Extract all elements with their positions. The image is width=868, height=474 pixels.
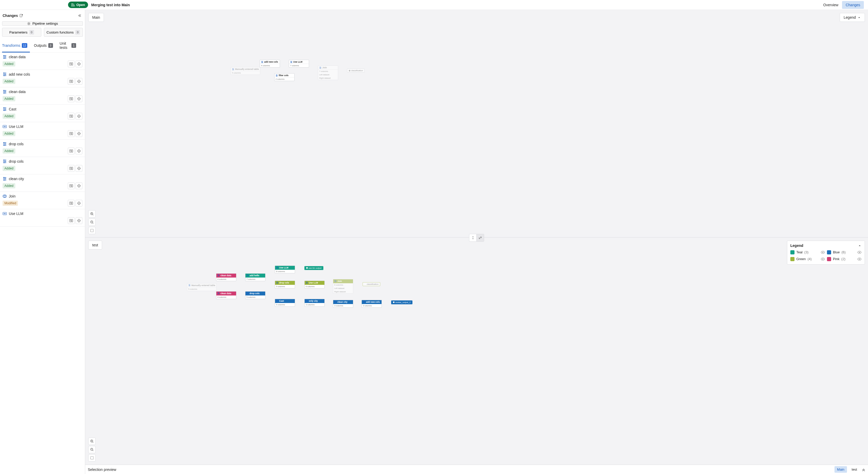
canvas-pane-test[interactable]: test Legend Teal (3) Blue (6) Green (4) … (85, 238, 868, 465)
graph-node[interactable]: Use LLM 6 columns (304, 280, 324, 289)
graph-node[interactable]: drop cols 5 columns (245, 291, 266, 299)
locate-button[interactable] (75, 113, 82, 120)
diff-button[interactable] (68, 78, 74, 85)
tab-outputs[interactable]: Outputs 3 (34, 39, 56, 52)
transform-icon (3, 55, 7, 59)
locate-button[interactable] (75, 200, 82, 207)
transform-icon (246, 274, 249, 276)
status-chip: Added (3, 79, 15, 84)
graph-node[interactable]: add new cols 4 columns (260, 60, 280, 67)
transform-item[interactable]: Use LLM (0, 209, 85, 227)
locate-button[interactable] (75, 182, 82, 189)
graph-node[interactable]: classification (347, 69, 365, 72)
diff-button[interactable] (68, 61, 74, 67)
diff-button[interactable] (68, 217, 74, 224)
diff-button[interactable] (68, 182, 74, 189)
diff-button[interactable] (68, 95, 74, 102)
export-icon[interactable] (20, 14, 23, 18)
transform-item[interactable]: Use LLM Added (0, 122, 85, 140)
diff-button[interactable] (68, 200, 74, 207)
pipeline-settings-button[interactable]: Pipeline settings (2, 21, 83, 26)
custom-functions-button[interactable]: Custom functions 0 (44, 28, 83, 37)
transform-item[interactable]: clean data Added (0, 53, 85, 70)
graph-node[interactable]: Join 7 columnsLeft datasetRight dataset (318, 65, 338, 80)
collapse-sidebar-button[interactable] (77, 13, 82, 18)
transform-icon (319, 66, 321, 69)
eye-icon[interactable] (857, 257, 862, 261)
zoom-fit-button[interactable] (88, 227, 96, 234)
transform-item[interactable]: clean data Added (0, 87, 85, 105)
graph-node[interactable]: Use LLM 8 columns (275, 266, 295, 273)
graph-node[interactable]: only city 3 columns (304, 299, 324, 307)
legend-toggle-button[interactable]: Legend (840, 13, 865, 22)
caret-up-icon[interactable] (858, 244, 862, 247)
locate-button[interactable] (75, 217, 82, 224)
locate-button[interactable] (75, 78, 82, 85)
diff-button[interactable] (68, 148, 74, 154)
graph-node[interactable]: clean city 3 columns (333, 300, 353, 308)
parameters-label: Parameters (9, 30, 28, 34)
transform-item[interactable]: Join Modified (0, 192, 85, 209)
graph-node[interactable]: clean data 4 columns (216, 291, 236, 299)
legend-count: (4) (807, 257, 812, 261)
graph-node[interactable]: Join 6 columnsLeft datasetRight dataset (333, 279, 353, 294)
split-link-button[interactable] (476, 234, 484, 241)
chevron-up-icon[interactable] (862, 468, 865, 471)
graph-node[interactable]: filter cols 2 columns (274, 73, 294, 81)
locate-button[interactable] (75, 165, 82, 172)
eye-icon[interactable] (821, 257, 825, 261)
transform-item[interactable]: drop cols Added (0, 140, 85, 157)
legend-entry[interactable]: Pink (2) (827, 257, 862, 261)
graph-node[interactable]: classification (363, 282, 380, 286)
pane-label-main: Main (88, 13, 104, 22)
zoom-out-button[interactable] (88, 446, 96, 453)
legend-entry[interactable]: Green (4) (790, 257, 825, 261)
graph-node[interactable]: clean data 4 columns (216, 273, 236, 281)
diff-button[interactable] (68, 113, 74, 120)
locate-button[interactable] (75, 61, 82, 67)
transform-item[interactable]: Cast Added (0, 105, 85, 122)
locate-button[interactable] (75, 148, 82, 154)
eye-icon[interactable] (821, 250, 825, 255)
graph-node[interactable]: use llm output (304, 266, 323, 270)
graph-node[interactable]: Manually entered table 5 columns (187, 283, 217, 291)
footer-chip-test[interactable]: test (849, 466, 860, 473)
legend-entry[interactable]: Blue (6) (827, 250, 862, 255)
graph-node[interactable]: review_output_2 (391, 300, 412, 304)
node-label: Use LLM (293, 61, 302, 63)
graph-node[interactable]: add new cols 3 columns (362, 300, 382, 308)
zoom-out-button[interactable] (88, 218, 96, 226)
tab-changes[interactable]: Changes (842, 1, 864, 9)
tab-unit-tests[interactable]: Unit tests 1 (60, 39, 79, 52)
parameters-button[interactable]: Parameters 0 (2, 28, 41, 37)
eye-icon[interactable] (857, 250, 862, 255)
diff-button[interactable] (68, 130, 74, 137)
diff-button[interactable] (68, 165, 74, 172)
tab-transforms[interactable]: Transforms 12 (2, 39, 30, 52)
tab-overview[interactable]: Overview (820, 1, 842, 9)
graph-node[interactable]: drop cols 5 columns (275, 280, 295, 289)
graph-node[interactable]: Cast 5 columns (275, 299, 295, 307)
zoom-in-button[interactable] (88, 210, 96, 217)
footer-chip-main[interactable]: Main (835, 466, 847, 473)
target-icon (77, 80, 81, 83)
zoom-fit-button[interactable] (88, 454, 96, 462)
node-label: classification (351, 69, 363, 72)
graph-node[interactable]: Manually entered table 5 columns (230, 67, 260, 75)
split-vertical-button[interactable] (469, 234, 476, 241)
zoom-in-button[interactable] (88, 438, 96, 445)
locate-button[interactable] (75, 95, 82, 102)
node-sub: Right dataset (318, 77, 338, 80)
graph-node[interactable]: add hello 7 columns (245, 273, 266, 281)
node-sub: Left dataset (318, 73, 338, 77)
legend-swatch (790, 250, 795, 255)
transform-item[interactable]: add new cols Added (0, 70, 85, 87)
legend-entry[interactable]: Teal (3) (790, 250, 825, 255)
canvas-pane-main[interactable]: Main Legend Manually entered table 5 col… (85, 10, 868, 238)
node-label: Join (322, 66, 327, 69)
locate-button[interactable] (75, 130, 82, 137)
transform-item[interactable]: clean city Added (0, 174, 85, 192)
transform-item[interactable]: drop cols Added (0, 157, 85, 174)
zoom-out-icon (90, 220, 94, 224)
graph-node[interactable]: Use LLM 7 columns (289, 60, 309, 67)
